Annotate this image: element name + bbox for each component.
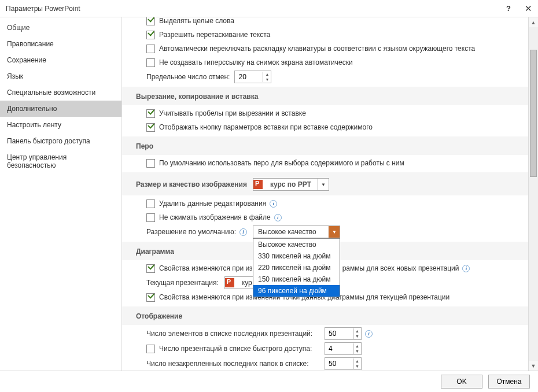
scroll-thumb[interactable] bbox=[530, 50, 537, 177]
spinner-up-icon[interactable]: ▲ bbox=[353, 328, 361, 334]
scroll-up-icon[interactable]: ▲ bbox=[529, 17, 538, 27]
spinner-down-icon[interactable]: ▼ bbox=[353, 334, 361, 339]
undo-limit-row: Предельное число отмен: ▲▼ bbox=[146, 71, 524, 83]
cancel-button[interactable]: Отмена bbox=[488, 375, 530, 389]
info-icon[interactable]: i bbox=[239, 228, 247, 236]
content: Выделять целые слова Разрешить перетаски… bbox=[122, 17, 538, 371]
checkbox-icon[interactable] bbox=[146, 109, 155, 118]
section-display: Отображение bbox=[122, 306, 538, 325]
sidebar-item-proofing[interactable]: Правописание bbox=[0, 36, 121, 52]
checkbox-icon[interactable] bbox=[146, 264, 155, 273]
spinner-down-icon[interactable]: ▼ bbox=[353, 364, 361, 369]
resolution-dropdown[interactable]: Высокое качество 330 пикселей на дюйм 22… bbox=[253, 238, 340, 297]
opt-smart-cut[interactable]: Учитывать пробелы при вырезании и вставк… bbox=[146, 108, 524, 119]
label-suffix: раммы для всех новых презентаций bbox=[342, 264, 459, 272]
spinner-up-icon[interactable]: ▲ bbox=[353, 343, 361, 349]
recent-count-label: Число элементов в списке последних презе… bbox=[146, 330, 320, 338]
checkbox-icon[interactable] bbox=[146, 345, 155, 353]
opt-default-pen[interactable]: По умолчанию использовать перо для выбор… bbox=[146, 157, 524, 169]
quick-count-label: Число презентаций в списке быстрого дост… bbox=[159, 345, 320, 353]
chevron-down-icon[interactable]: ▼ bbox=[318, 179, 329, 190]
ok-button[interactable]: OK bbox=[441, 375, 482, 389]
sidebar-item-save[interactable]: Сохранение bbox=[0, 52, 121, 68]
recent-count-spinner[interactable]: ▲▼ bbox=[325, 327, 362, 340]
opt-drag-drop[interactable]: Разрешить перетаскивание текста bbox=[146, 29, 524, 40]
opt-no-hyperlink[interactable]: Не создавать гиперссылку на снимок экран… bbox=[146, 57, 524, 68]
default-resolution-row: Разрешение по умолчанию: i Высокое качес… bbox=[146, 225, 524, 238]
sidebar-item-customize-ribbon[interactable]: Настроить ленту bbox=[0, 117, 121, 133]
content-wrap: Выделять целые слова Разрешить перетаски… bbox=[122, 17, 538, 371]
checkbox-icon[interactable] bbox=[146, 31, 155, 39]
info-icon[interactable]: i bbox=[270, 200, 277, 208]
window-title: Параметры PowerPoint bbox=[6, 5, 506, 13]
undo-limit-spinner[interactable]: ▲▼ bbox=[234, 71, 271, 83]
label: Автоматически переключать раскладку клав… bbox=[159, 45, 475, 53]
checkbox-icon[interactable] bbox=[146, 159, 155, 168]
label: По умолчанию использовать перо для выбор… bbox=[159, 159, 404, 167]
sidebar-item-accessibility[interactable]: Специальные возможности bbox=[0, 84, 121, 101]
section-clipboard: Вырезание, копирование и вставка bbox=[122, 87, 538, 105]
image-file-combo[interactable]: курс по PPT ▼ bbox=[253, 178, 329, 191]
spinner-down-icon[interactable]: ▼ bbox=[263, 77, 271, 82]
label: Разрешить перетаскивание текста bbox=[159, 31, 270, 39]
undo-limit-input[interactable] bbox=[235, 72, 263, 82]
help-button[interactable]: ? bbox=[506, 4, 511, 13]
chevron-down-icon[interactable]: ▼ bbox=[329, 226, 340, 238]
opt-no-compress[interactable]: Не сжимать изображения в файле i bbox=[146, 212, 524, 223]
sidebar-item-quick-access[interactable]: Панель быстрого доступа bbox=[0, 133, 121, 149]
opt-whole-words[interactable]: Выделять целые слова bbox=[146, 17, 524, 27]
resolution-option[interactable]: 150 пикселей на дюйм bbox=[253, 273, 340, 285]
sidebar-item-general[interactable]: Общие bbox=[0, 20, 121, 36]
checkbox-icon[interactable] bbox=[146, 17, 155, 25]
opt-auto-keyboard[interactable]: Автоматически переключать раскладку клав… bbox=[146, 43, 524, 54]
default-resolution-label: Разрешение по умолчанию: bbox=[146, 228, 236, 236]
vertical-scrollbar[interactable]: ▲ ▼ bbox=[528, 17, 538, 371]
unpinned-count-spinner[interactable]: ▲▼ bbox=[325, 357, 362, 370]
checkbox-icon[interactable] bbox=[146, 293, 155, 302]
spinner-down-icon[interactable]: ▼ bbox=[353, 349, 361, 354]
scroll-down-icon[interactable]: ▼ bbox=[529, 361, 538, 371]
sidebar-item-advanced[interactable]: Дополнительно bbox=[0, 101, 121, 117]
opt-show-paste-button[interactable]: Отображать кнопку параметров вставки при… bbox=[146, 121, 524, 133]
resolution-option[interactable]: 330 пикселей на дюйм bbox=[253, 250, 340, 262]
info-icon[interactable]: i bbox=[462, 265, 470, 272]
powerpoint-file-icon bbox=[253, 180, 263, 189]
checkbox-icon[interactable] bbox=[146, 199, 155, 208]
default-resolution-value: Высокое качество bbox=[253, 227, 329, 237]
quick-count-spinner[interactable]: ▲▼ bbox=[325, 342, 362, 355]
label-prefix: Свойства изменяются при из bbox=[159, 264, 253, 272]
unpinned-count-row: Число незакрепленных последних папок в с… bbox=[146, 357, 524, 370]
label: Учитывать пробелы при вырезании и вставк… bbox=[159, 109, 306, 117]
label: Выделять целые слова bbox=[159, 17, 234, 25]
spinner-up-icon[interactable]: ▲ bbox=[263, 72, 271, 77]
recent-count-input[interactable] bbox=[325, 328, 353, 339]
section-image-label: Размер и качество изображения bbox=[136, 180, 247, 188]
checkbox-icon[interactable] bbox=[146, 58, 155, 67]
checkbox-icon[interactable] bbox=[146, 123, 155, 132]
label: Не создавать гиперссылку на снимок экран… bbox=[159, 58, 353, 66]
opt-discard-edit[interactable]: Удалить данные редактирования i bbox=[146, 198, 524, 209]
info-icon[interactable]: i bbox=[365, 330, 373, 338]
main-area: Общие Правописание Сохранение Язык Специ… bbox=[0, 17, 538, 371]
info-icon[interactable]: i bbox=[274, 214, 282, 221]
close-button[interactable]: ✕ bbox=[525, 3, 532, 14]
sidebar-item-language[interactable]: Язык bbox=[0, 68, 121, 84]
sidebar-item-trust-center[interactable]: Центр управления безопасностью bbox=[0, 149, 121, 173]
undo-limit-label: Предельное число отмен: bbox=[146, 73, 230, 81]
label: Не сжимать изображения в файле bbox=[159, 213, 271, 221]
resolution-option[interactable]: Высокое качество bbox=[253, 239, 340, 250]
resolution-option[interactable]: 96 пикселей на дюйм bbox=[253, 285, 340, 297]
checkbox-icon[interactable] bbox=[146, 45, 155, 53]
dialog-footer: OK Отмена bbox=[0, 371, 538, 392]
sidebar: Общие Правописание Сохранение Язык Специ… bbox=[0, 17, 122, 371]
unpinned-count-input[interactable] bbox=[325, 358, 353, 369]
powerpoint-file-icon bbox=[225, 278, 234, 287]
recent-count-row: Число элементов в списке последних презе… bbox=[146, 327, 524, 340]
quick-count-input[interactable] bbox=[325, 343, 353, 354]
resolution-option[interactable]: 220 пикселей на дюйм bbox=[253, 262, 340, 273]
checkbox-icon[interactable] bbox=[146, 213, 155, 222]
spinner-up-icon[interactable]: ▲ bbox=[353, 358, 361, 364]
opt-quick-count[interactable]: Число презентаций в списке быстрого дост… bbox=[146, 342, 524, 355]
default-resolution-combo[interactable]: Высокое качество ▼ Высокое качество 330 … bbox=[253, 225, 340, 238]
label: Отображать кнопку параметров вставки при… bbox=[159, 123, 373, 131]
